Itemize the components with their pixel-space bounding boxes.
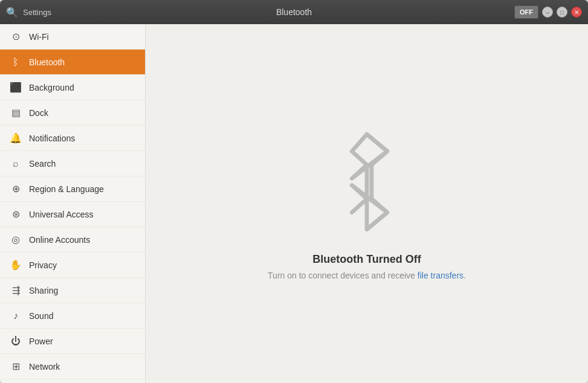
main-panel: Bluetooth Turned Off Turn on to connect … xyxy=(146,24,588,383)
sidebar-label-notifications: Notifications xyxy=(29,134,75,143)
settings-window: 🔍 Settings Bluetooth OFF – □ ✕ ⊙Wi-FiᛒBl… xyxy=(0,0,588,383)
content-area: ⊙Wi-FiᛒBluetooth⬛Background▤Dock🔔Notific… xyxy=(0,24,588,383)
sidebar-item-power[interactable]: ⏻Power xyxy=(0,329,145,354)
status-subtitle-after: . xyxy=(464,271,466,280)
sound-icon: ♪ xyxy=(10,311,22,321)
bluetooth-icon: ᛒ xyxy=(10,57,22,68)
sidebar-label-online-accounts: Online Accounts xyxy=(29,235,90,245)
sidebar-label-search: Search xyxy=(29,159,56,169)
window-controls: OFF – □ ✕ xyxy=(514,5,582,19)
sidebar-label-region-language: Region & Language xyxy=(29,184,104,194)
sidebar-item-wifi[interactable]: ⊙Wi-Fi xyxy=(0,24,145,50)
sidebar-label-universal-access: Universal Access xyxy=(29,210,94,219)
status-title: Bluetooth Turned Off xyxy=(312,253,421,266)
sidebar-item-search[interactable]: ⌕Search xyxy=(0,151,145,176)
bluetooth-icon-container xyxy=(331,127,403,239)
power-icon: ⏻ xyxy=(10,336,22,347)
sidebar-item-dock[interactable]: ▤Dock xyxy=(0,100,145,126)
close-button[interactable]: ✕ xyxy=(571,7,582,18)
accessibility-icon: ⊛ xyxy=(10,208,22,220)
search-icon: ⌕ xyxy=(10,158,22,169)
network-icon: ⊞ xyxy=(10,361,22,372)
wifi-icon: ⊙ xyxy=(10,31,22,42)
sidebar-item-notifications[interactable]: 🔔Notifications xyxy=(0,126,145,151)
sidebar-label-dock: Dock xyxy=(29,108,48,118)
bell-icon: 🔔 xyxy=(10,132,22,144)
dock-icon: ▤ xyxy=(10,107,22,118)
sidebar-item-region-language[interactable]: ⊕Region & Language xyxy=(0,176,145,202)
sidebar-item-network[interactable]: ⊞Network xyxy=(0,354,145,379)
status-subtitle-before: Turn on to connect devices and receive xyxy=(268,271,418,280)
sidebar-label-wifi: Wi-Fi xyxy=(29,32,49,42)
maximize-button[interactable]: □ xyxy=(557,7,567,18)
sidebar-item-bluetooth[interactable]: ᛒBluetooth xyxy=(0,50,145,75)
language-icon: ⊕ xyxy=(10,183,22,195)
sharing-icon: ⇶ xyxy=(10,285,22,296)
sidebar-item-background[interactable]: ⬛Background xyxy=(0,75,145,100)
sidebar: ⊙Wi-FiᛒBluetooth⬛Background▤Dock🔔Notific… xyxy=(0,24,146,383)
sidebar-label-power: Power xyxy=(29,336,53,346)
minimize-button[interactable]: – xyxy=(542,7,553,18)
privacy-icon: ✋ xyxy=(10,259,22,271)
sidebar-label-sound: Sound xyxy=(29,311,53,321)
status-subtitle: Turn on to connect devices and receive f… xyxy=(268,271,466,280)
sidebar-item-online-accounts[interactable]: ◎Online Accounts xyxy=(0,227,145,253)
sidebar-item-sharing[interactable]: ⇶Sharing xyxy=(0,278,145,303)
sidebar-label-network: Network xyxy=(29,362,60,372)
sidebar-item-sound[interactable]: ♪Sound xyxy=(0,303,145,329)
file-transfers-link[interactable]: file transfers xyxy=(418,271,464,280)
sidebar-item-privacy[interactable]: ✋Privacy xyxy=(0,253,145,278)
accounts-icon: ◎ xyxy=(10,234,22,245)
sidebar-label-privacy: Privacy xyxy=(29,260,57,270)
titlebar: 🔍 Settings Bluetooth OFF – □ ✕ xyxy=(0,0,588,24)
section-title: Bluetooth xyxy=(276,7,312,17)
app-title: Settings xyxy=(23,8,51,17)
bluetooth-toggle-button[interactable]: OFF xyxy=(514,5,538,19)
titlebar-left: 🔍 Settings xyxy=(6,7,51,18)
sidebar-label-background: Background xyxy=(29,83,74,92)
sidebar-label-sharing: Sharing xyxy=(29,286,58,295)
bluetooth-icon xyxy=(331,127,403,236)
background-icon: ⬛ xyxy=(10,82,22,93)
sidebar-label-bluetooth: Bluetooth xyxy=(29,57,65,67)
sidebar-item-universal-access[interactable]: ⊛Universal Access xyxy=(0,202,145,227)
search-icon[interactable]: 🔍 xyxy=(6,7,18,18)
